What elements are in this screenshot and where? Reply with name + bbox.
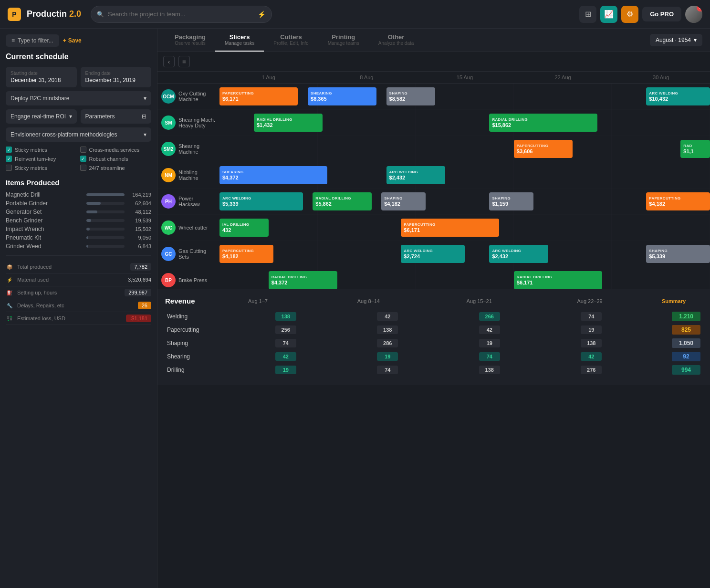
gantt-bar-4-3[interactable]: SHAPING $1,159 xyxy=(489,192,533,210)
gantt-bar-4-2[interactable]: SHAPING $4,182 xyxy=(381,192,426,210)
tab-slicers[interactable]: SlicersManage tasks xyxy=(215,29,264,52)
machine-avatar-7: BP xyxy=(161,273,176,287)
end-date-label: Ending date xyxy=(85,71,147,76)
filter-button[interactable]: ≡ Type to filter... xyxy=(6,34,59,47)
gantt-bar-4-1[interactable]: RADIAL DRILLING $5,862 xyxy=(313,192,371,210)
gantt-bar-5-0[interactable]: IAL DRILLING 432 xyxy=(219,219,269,237)
gantt-bar-0-2[interactable]: SHAPING $8,582 xyxy=(386,87,436,105)
dropdown-4[interactable]: Envisioneer cross-platform methodologies… xyxy=(6,127,151,142)
gantt-row-bp: BP Brake Press RADIAL DRILLING $4,372 RA… xyxy=(157,267,710,289)
checkbox-item-1: Cross-media services xyxy=(80,147,152,153)
gantt-bar-2-1[interactable]: RAD $1,1 xyxy=(680,140,710,158)
checkbox-4[interactable] xyxy=(6,165,12,171)
gantt-header: ‹ ≡ xyxy=(157,52,710,72)
gantt-bar-1-0[interactable]: RADIAL DRILLING $1,432 xyxy=(254,114,323,132)
dropdown-1[interactable]: Deploy B2C mindshare ▾ xyxy=(6,91,151,105)
timeline-0: PAPERCUTTING $6,171 SHEARING $8,365 SHAP… xyxy=(219,84,710,110)
checkbox-1[interactable] xyxy=(80,147,86,153)
chart-icon-btn[interactable]: 📈 xyxy=(600,6,617,23)
stat-row-2: ⛽ Setting up, hours 299,987 xyxy=(6,286,151,299)
rev-cell-0-1: 42 xyxy=(338,312,438,321)
chevron-down-icon-2: ▾ xyxy=(69,113,72,120)
dropdown-2[interactable]: Engage real-time ROI ▾ xyxy=(6,109,77,124)
gantt-bar-6-1[interactable]: ARC WELDING $2,724 xyxy=(401,245,465,263)
grid-icon-btn[interactable]: ⊞ xyxy=(579,6,596,23)
tab-cutters[interactable]: CuttersProfile, Edit, Info xyxy=(264,29,318,52)
checkbox-2[interactable] xyxy=(6,156,12,162)
item-row-2: Generator Set 48,112 xyxy=(6,209,151,215)
chevron-down-month: ▾ xyxy=(694,37,697,43)
stat-row-3: 🔧 Delays, Repairs, etc 26 xyxy=(6,299,151,312)
gantt-bar-7-1[interactable]: RADIAL DRILLING $6,171 xyxy=(514,271,602,289)
gantt-bar-0-3[interactable]: ARC WELDING $10,432 xyxy=(646,87,710,105)
rev-col-header-1: Aug 8–14 xyxy=(313,298,424,304)
revenue-title: Revenue xyxy=(165,297,195,305)
dropdown-row: Engage real-time ROI ▾ Parameters ⊟ xyxy=(6,109,151,124)
save-button[interactable]: + Save xyxy=(63,37,82,44)
revenue-header: Revenue Aug 1–7Aug 8–14Aug 15–21Aug 22–2… xyxy=(165,297,702,305)
rev-cell-4-3: 276 xyxy=(542,366,642,374)
filter-icon-small: ≡ xyxy=(11,37,15,44)
gantt-filter-btn[interactable]: ≡ xyxy=(178,56,190,67)
go-pro-button[interactable]: Go PRO xyxy=(642,7,681,21)
rev-cell-1-1: 138 xyxy=(338,326,438,334)
gantt-bar-3-0[interactable]: SHEARING $4,372 xyxy=(219,166,327,184)
rev-col-header-2: Aug 15–21 xyxy=(424,298,534,304)
gantt-prev-btn[interactable]: ‹ xyxy=(163,56,175,67)
gantt-bar-4-4[interactable]: PAPERCUTTING $4,182 xyxy=(646,192,710,210)
item-row-1: Portable Grinder 62,604 xyxy=(6,200,151,207)
gantt-bar-3-1[interactable]: ARC WELDING $2,432 xyxy=(386,166,445,184)
gantt-row-ph: PH Power Hacksaw ARC WELDING $5,339 RADI… xyxy=(157,189,710,215)
gantt-bar-4-0[interactable]: ARC WELDING $5,339 xyxy=(219,192,303,210)
rev-cell-1-0: 256 xyxy=(236,326,336,334)
rev-cell-1-3: 19 xyxy=(542,326,642,334)
tab-printing[interactable]: PrintingManage teams xyxy=(318,29,369,52)
stat-row-1: ⚡ Material used 3,520,694 xyxy=(6,273,151,286)
gantt-bar-6-2[interactable]: ARC WELDING $2,432 xyxy=(489,245,548,263)
checkbox-0[interactable] xyxy=(6,147,12,153)
search-input[interactable] xyxy=(108,10,254,18)
checkbox-5[interactable] xyxy=(80,165,86,171)
item-row-4: Impact Wrench 15,502 xyxy=(6,226,151,232)
revenue-col-headers: Aug 1–7Aug 8–14Aug 15–21Aug 22–29Summary xyxy=(203,298,702,304)
gantt-bar-2-0[interactable]: PAPERCUTTING $3,606 xyxy=(514,140,573,158)
month-selector[interactable]: August · 1954 ▾ xyxy=(650,34,702,46)
gantt-bar-6-3[interactable]: SHAPING $5,339 xyxy=(646,245,710,263)
checkbox-item-5: 24/7 streamline xyxy=(80,165,152,171)
checkbox-3[interactable] xyxy=(80,156,86,162)
gantt-bar-1-1[interactable]: RADIAL DRILLING $15,862 xyxy=(489,114,597,132)
rev-cell-2-0: 74 xyxy=(236,339,336,347)
rev-label-1: Papercutting xyxy=(167,326,234,333)
end-date-box: Ending date December 31, 2019 xyxy=(81,67,152,87)
revenue-rows: Welding13842266741,210Papercutting256138… xyxy=(165,311,702,376)
avatar[interactable]: 3 xyxy=(685,6,702,23)
gantt-bar-7-0[interactable]: RADIAL DRILLING $4,372 xyxy=(269,271,337,289)
machine-avatar-5: WC xyxy=(161,220,176,235)
gantt-bar-6-0[interactable]: PAPERCUTTING $4,182 xyxy=(219,245,273,263)
tabs-bar: PackagingOserve resultsSlicersManage tas… xyxy=(157,29,710,52)
tab-other[interactable]: OtherAnalyze the data xyxy=(369,29,424,52)
gantt-bar-0-0[interactable]: PAPERCUTTING $6,171 xyxy=(219,87,298,105)
settings-icon-btn[interactable]: ⚙ xyxy=(621,6,638,23)
machine-label-3: NM NibblingMachine xyxy=(157,168,219,182)
machine-label-1: SM Shearing Mach.Heavy Duty xyxy=(157,116,219,130)
filter-icon[interactable]: ⚡ xyxy=(258,10,266,18)
item-row-3: Bench Grinder 19,539 xyxy=(6,217,151,224)
tab-packaging[interactable]: PackagingOserve results xyxy=(165,29,215,52)
checkbox-item-2: Reinvent turn-key xyxy=(6,156,77,162)
dropdown-3[interactable]: Parameters ⊟ xyxy=(81,109,152,124)
machine-label-7: BP Brake Press xyxy=(157,273,219,287)
gantt-row-sm2: SM2 ShearingMachine PAPERCUTTING $3,606 … xyxy=(157,136,710,162)
rev-cell-0-0: 138 xyxy=(236,312,336,321)
revenue-row-2: Shaping74286191381,050 xyxy=(165,337,702,349)
gantt-bar-5-1[interactable]: PAPERCUTTING $6,171 xyxy=(401,219,499,237)
revenue-row-0: Welding13842266741,210 xyxy=(165,311,702,322)
gantt-bar-0-1[interactable]: SHEARING $8,365 xyxy=(308,87,376,105)
item-row-0: Magnetic Drill 164,219 xyxy=(6,191,151,198)
search-bar[interactable]: 🔍 ⚡ xyxy=(91,6,272,23)
rev-cell-1-2: 42 xyxy=(439,326,540,334)
app-logo: P xyxy=(8,8,21,21)
settings-small-icon: ⊟ xyxy=(142,113,146,120)
rev-cell-2-2: 19 xyxy=(439,339,540,347)
rev-col-header-4: Summary xyxy=(645,298,702,304)
